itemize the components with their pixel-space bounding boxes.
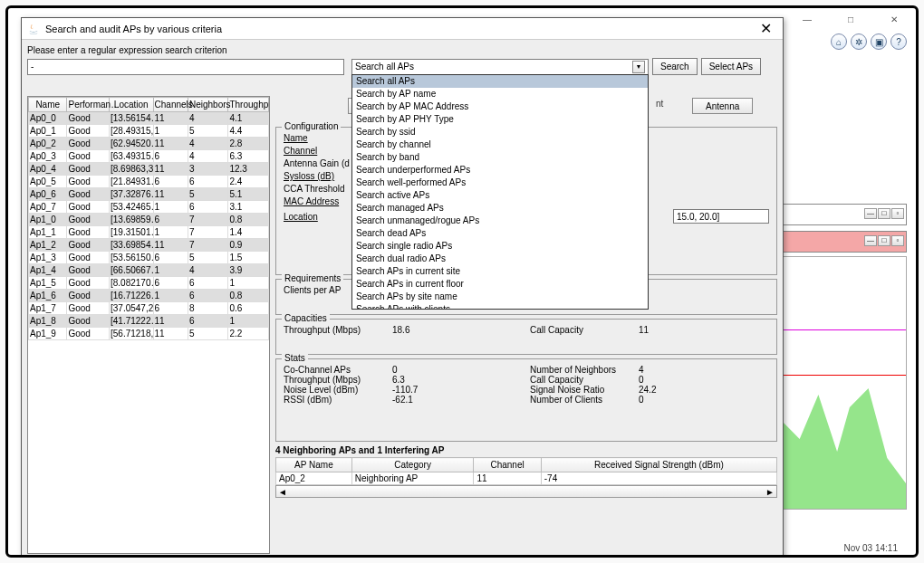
chart-plot-area — [780, 256, 907, 510]
table-row[interactable]: Ap1_6Good[16.71226…160.8 — [29, 290, 269, 302]
table-row[interactable]: Ap1_5Good[8.082170…661 — [29, 277, 269, 290]
table-row[interactable]: Ap1_7Good[37.0547,2…680.6 — [29, 302, 269, 315]
pane-max-icon[interactable]: □ — [878, 208, 890, 219]
pane-restore-icon[interactable]: ▫ — [891, 235, 904, 246]
rssi-field: -62.1 — [392, 395, 413, 405]
pane-min-icon[interactable]: — — [864, 208, 877, 219]
parent-maximize-button[interactable]: □ — [838, 10, 863, 28]
call-capacity-field[interactable]: 11 — [639, 325, 649, 335]
reset-icon[interactable]: ▣ — [871, 33, 887, 50]
table-row[interactable]: Ap1_0Good[13.69859…670.8 — [29, 214, 269, 226]
table-row[interactable]: Ap1_8Good[41.71222…1161 — [29, 315, 269, 328]
dropdown-item[interactable]: Search APs in current site — [352, 265, 648, 278]
column-header[interactable]: Category — [351, 458, 474, 472]
capacities-fieldset: Capacities Throughput (Mbps) 18.6 Call C… — [275, 319, 777, 355]
pane-min-icon[interactable]: — — [864, 235, 877, 246]
column-header[interactable]: Channels — [153, 98, 188, 112]
dropdown-item[interactable]: Search by AP MAC Address — [352, 100, 648, 113]
table-row[interactable]: Ap0_1Good[28.49315,…154.4 — [29, 125, 269, 138]
tab-antenna[interactable]: Antenna — [692, 98, 753, 114]
pane-restore-icon[interactable]: ▫ — [891, 208, 904, 219]
column-header[interactable]: AP Name — [276, 458, 352, 472]
dropdown-item[interactable]: Search by AP PHY Type — [352, 113, 648, 126]
column-header[interactable]: Performan… — [67, 98, 110, 112]
cochannel-field: 0 — [392, 365, 398, 375]
table-row[interactable]: Ap0_4Good[8.69863,3…11312.3 — [29, 163, 269, 176]
dropdown-item[interactable]: Search active APs — [352, 189, 648, 202]
column-header[interactable]: Received Signal Strength (dBm) — [541, 458, 776, 472]
table-row[interactable]: Ap1_9Good[56.71218,…1152.2 — [29, 328, 269, 340]
snr-field: 24.2 — [639, 385, 656, 395]
table-row[interactable]: Ap0_0Good[13.56154…1144.1 — [29, 112, 269, 125]
dropdown-item[interactable]: Search single radio APs — [352, 240, 648, 253]
table-row[interactable]: Ap1_3Good[53.56150…651.5 — [29, 252, 269, 264]
table-row[interactable]: Ap0_5Good[21.84931…662.4 — [29, 176, 269, 188]
throughput-cap-field[interactable]: 18.6 — [392, 325, 409, 335]
search-dialog: Search and audit APs by various criteria… — [21, 17, 784, 558]
dropdown-item[interactable]: Search well-performed APs — [352, 177, 648, 189]
search-button[interactable]: Search — [652, 58, 698, 75]
column-header[interactable]: Neighbors — [188, 98, 228, 112]
column-header[interactable]: Channel — [474, 458, 541, 472]
dropdown-item[interactable]: Search APs by site name — [352, 291, 648, 303]
capacities-legend: Capacities — [282, 313, 330, 323]
column-header[interactable]: Throughpu… — [228, 98, 269, 112]
details-scrollbar[interactable]: ◄► — [275, 485, 777, 498]
dropdown-item[interactable]: Search underperformed APs — [352, 164, 648, 177]
table-row[interactable]: Ap1_4Good[66.50667…143.9 — [29, 264, 269, 277]
column-header[interactable]: Location — [109, 98, 153, 112]
column-header[interactable]: Name — [29, 98, 67, 112]
dropdown-item[interactable]: Search APs in current floor — [352, 278, 648, 291]
table-row[interactable]: Ap1_2Good[33.69854…1170.9 — [29, 239, 269, 252]
partial-nt-button[interactable]: nt — [656, 99, 663, 109]
lbl-call-capacity: Call Capacity — [530, 325, 639, 335]
combo-selected-label: Search all APs — [355, 62, 414, 72]
chart-pane-header-2: — □ ▫ — [780, 231, 907, 253]
help-icon[interactable]: ? — [890, 33, 907, 50]
dropdown-item[interactable]: Search by channel — [352, 138, 648, 151]
home-icon[interactable]: ⌂ — [831, 33, 847, 50]
dropdown-item[interactable]: Search by AP name — [352, 88, 648, 100]
select-aps-button[interactable]: Select APs — [701, 58, 761, 75]
regex-input[interactable] — [27, 59, 344, 75]
neighbors-title: 4 Neighboring APs and 1 Interfering AP — [275, 442, 777, 457]
table-row[interactable]: Ap1_1Good[19.31501…171.4 — [29, 226, 269, 239]
configuration-legend: Configuration — [282, 121, 341, 131]
stats-fieldset: Stats Co-Channel APs 0 Number of Neighbo… — [275, 358, 777, 442]
ap-table[interactable]: NamePerforman…LocationChannelsNeighborsT… — [28, 97, 269, 340]
call-cap-stat-field: 0 — [639, 375, 644, 385]
dropdown-item[interactable]: Search dual radio APs — [352, 253, 648, 265]
java-icon — [27, 23, 40, 35]
parent-close-button[interactable]: ✕ — [881, 10, 907, 28]
pane-max-icon[interactable]: □ — [878, 235, 890, 246]
chevron-down-icon[interactable]: ▼ — [632, 61, 645, 73]
ap-list-panel: NamePerforman…LocationChannelsNeighborsT… — [27, 96, 270, 554]
dropdown-item[interactable]: Search by band — [352, 151, 648, 164]
table-row: Ap0_2Neighboring AP11-74 — [276, 472, 777, 485]
table-row[interactable]: Ap0_7Good[53.42465…163.1 — [29, 201, 269, 214]
lbl-throughput-stat: Throughput (Mbps) — [284, 375, 392, 385]
requirements-legend: Requirements — [282, 273, 343, 283]
close-button[interactable]: ✕ — [755, 20, 777, 37]
chart-series-magenta — [781, 329, 906, 330]
chart-pane-header-1: — □ ▫ — [780, 204, 907, 225]
table-row[interactable]: Ap0_3Good[63.49315…646.3 — [29, 150, 269, 163]
dropdown-item[interactable]: Search APs with clients — [352, 303, 648, 310]
location-field[interactable]: 15.0, 20.0] — [673, 209, 769, 224]
chart-series-green-area — [781, 382, 906, 509]
table-row[interactable]: Ap0_2Good[62.94520…1142.8 — [29, 138, 269, 150]
dropdown-item[interactable]: Search dead APs — [352, 227, 648, 240]
num-clients-field: 0 — [639, 395, 644, 405]
search-mode-dropdown: Search all APsSearch by AP nameSearch by… — [351, 74, 649, 310]
dropdown-item[interactable]: Search managed APs — [352, 202, 648, 215]
parent-toolbar: ⌂ ✲ ▣ ? — [831, 33, 907, 50]
dropdown-item[interactable]: Search unmanaged/rogue APs — [352, 215, 648, 227]
dropdown-item[interactable]: Search by ssid — [352, 126, 648, 138]
table-row[interactable]: Ap0_6Good[37.32876…1155.1 — [29, 188, 269, 201]
neighbors-table[interactable]: AP NameCategoryChannelReceived Signal St… — [275, 457, 777, 485]
search-mode-combo[interactable]: Search all APs ▼ — [351, 59, 649, 75]
gear-icon[interactable]: ✲ — [851, 33, 867, 50]
dropdown-item[interactable]: Search all APs — [352, 75, 648, 88]
parent-window-controls: — □ ✕ — [794, 10, 907, 28]
parent-minimize-button[interactable]: — — [794, 10, 820, 28]
